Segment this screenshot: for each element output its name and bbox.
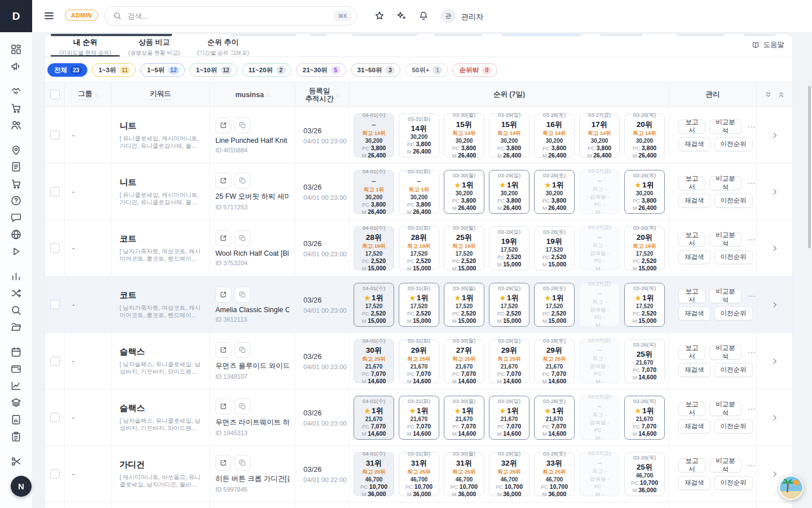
col-keyword[interactable]: 키워드 [150, 89, 171, 100]
more-options-icon[interactable]: ⋯ [748, 461, 756, 470]
calendar-icon[interactable] [8, 343, 25, 360]
compare-analysis-button[interactable]: 비교분석 [709, 120, 742, 134]
map-pin-icon[interactable] [8, 141, 25, 158]
report-button[interactable]: 보고서 [678, 458, 705, 472]
compare-analysis-button[interactable]: 비교분석 [709, 289, 742, 303]
report-button[interactable]: 보고서 [678, 345, 705, 360]
row-expand-chevron[interactable] [771, 188, 779, 196]
globe-icon[interactable] [8, 226, 25, 243]
previous-rank-button[interactable]: 이전순위 [714, 363, 753, 377]
sort-icon[interactable]: ↑↓ [95, 92, 98, 98]
report-button[interactable]: 보고서 [678, 289, 705, 303]
search-icon[interactable] [8, 301, 25, 318]
expand-all-icon[interactable] [778, 91, 785, 98]
dashboard-grid-icon[interactable] [8, 41, 25, 58]
previous-rank-button[interactable]: 이전순위 [714, 250, 753, 264]
row-checkbox[interactable] [50, 300, 60, 309]
sparkles-icon[interactable] [396, 10, 407, 21]
recheck-button[interactable]: 재검색 [678, 137, 710, 151]
copy-icon[interactable] [235, 287, 250, 303]
external-link-icon[interactable] [215, 398, 231, 414]
keyword[interactable]: 니트 [120, 177, 136, 188]
select-all-checkbox[interactable] [50, 90, 60, 99]
favorite-star-icon[interactable] [374, 10, 385, 21]
previous-rank-button[interactable]: 이전순위 [714, 476, 753, 490]
chat-icon[interactable] [8, 209, 25, 226]
external-link-icon[interactable] [215, 230, 231, 246]
notification-n-badge[interactable]: N [11, 476, 32, 497]
row-checkbox[interactable] [50, 243, 60, 253]
keyword[interactable]: 슬랙스 [120, 347, 145, 357]
hamburger-menu-icon[interactable] [43, 10, 55, 22]
copy-icon[interactable] [235, 398, 250, 414]
cart-alt-icon[interactable] [8, 175, 25, 192]
filter-1-3[interactable]: 1~3위11 [92, 63, 136, 77]
filter-1-5[interactable]: 1~5위12 [140, 63, 185, 77]
app-logo[interactable]: D [0, 0, 32, 32]
more-options-icon[interactable]: ⋯ [748, 178, 756, 187]
row-checkbox[interactable] [50, 413, 60, 422]
copy-icon[interactable] [235, 230, 250, 246]
play-icon[interactable] [8, 243, 25, 260]
copy-icon[interactable] [235, 173, 250, 189]
report-button[interactable]: 보고서 [678, 120, 705, 134]
compare-analysis-button[interactable]: 비교분석 [709, 402, 742, 416]
file-chart-icon[interactable] [8, 411, 25, 428]
help-circle-icon[interactable] [8, 192, 25, 209]
row-checkbox[interactable] [50, 469, 60, 479]
folder-icon[interactable] [8, 318, 25, 335]
more-options-icon[interactable]: ⋯ [748, 235, 756, 244]
scissors-icon[interactable] [8, 453, 25, 470]
filter-all[interactable]: 전체23 [47, 63, 87, 77]
notifications-bell-icon[interactable] [418, 10, 429, 21]
search-bar[interactable]: ⌘K [104, 6, 357, 25]
recheck-button[interactable]: 재검색 [678, 306, 710, 321]
row-expand-chevron[interactable] [771, 414, 779, 422]
report-button[interactable]: 보고서 [678, 176, 705, 190]
users-icon[interactable] [8, 116, 25, 133]
search-input[interactable] [126, 11, 334, 21]
tab-product-compare[interactable]: 상품 비교 (경쟁상품 현황 비교) [120, 34, 188, 56]
report-button[interactable]: 보고서 [678, 402, 705, 416]
external-link-icon[interactable] [215, 342, 231, 358]
report-button[interactable]: 보고서 [678, 233, 705, 247]
help-button[interactable]: 도움말 [751, 40, 785, 50]
beach-widget[interactable] [779, 475, 804, 500]
col-regdate[interactable]: 등록일 [309, 87, 330, 95]
col-group[interactable]: 그룹 [78, 89, 92, 100]
keyword[interactable]: 니트 [120, 121, 136, 132]
keyword[interactable]: 코트 [120, 234, 136, 244]
row-checkbox[interactable] [50, 356, 60, 366]
compare-analysis-button[interactable]: 비교분석 [709, 176, 742, 190]
handshake-icon[interactable] [8, 82, 25, 99]
previous-rank-button[interactable]: 이전순위 [714, 306, 753, 321]
bar-chart-icon[interactable] [8, 268, 25, 284]
recheck-button[interactable]: 재검색 [678, 250, 710, 264]
copy-icon[interactable] [235, 342, 250, 358]
tab-rank-trend[interactable]: 순위 추이 (기간별 순위 그래프) [188, 34, 257, 56]
more-options-icon[interactable]: ⋯ [748, 122, 756, 131]
sort-icon[interactable]: ↑↓ [336, 92, 339, 98]
recheck-button[interactable]: 재검색 [678, 476, 710, 490]
filter-1-10[interactable]: 1~10위12 [189, 63, 237, 77]
previous-rank-button[interactable]: 이전순위 [714, 419, 753, 433]
keyword[interactable]: 코트 [120, 290, 136, 301]
col-musinsa[interactable]: musinsa [235, 91, 264, 99]
row-checkbox[interactable] [50, 187, 60, 196]
compare-analysis-button[interactable]: 비교분석 [709, 458, 742, 472]
previous-rank-button[interactable]: 이전순위 [714, 137, 753, 151]
compare-analysis-button[interactable]: 비교분석 [709, 233, 742, 247]
row-expand-chevron[interactable] [771, 470, 779, 478]
external-link-icon[interactable] [215, 287, 231, 303]
clipboard-icon[interactable] [8, 428, 25, 445]
megaphone-icon[interactable] [8, 58, 25, 75]
more-options-icon[interactable]: ⋯ [748, 404, 756, 413]
more-options-icon[interactable]: ⋯ [748, 348, 756, 357]
keyword[interactable]: 가디건 [120, 459, 145, 470]
document-icon[interactable] [8, 158, 25, 175]
filter-50plus[interactable]: 50위+1 [405, 63, 448, 77]
more-options-icon[interactable]: ⋯ [748, 291, 756, 300]
filter-31-50[interactable]: 31~50위3 [351, 63, 401, 77]
compare-analysis-button[interactable]: 비교분석 [709, 345, 742, 360]
recheck-button[interactable]: 재검색 [678, 363, 710, 377]
